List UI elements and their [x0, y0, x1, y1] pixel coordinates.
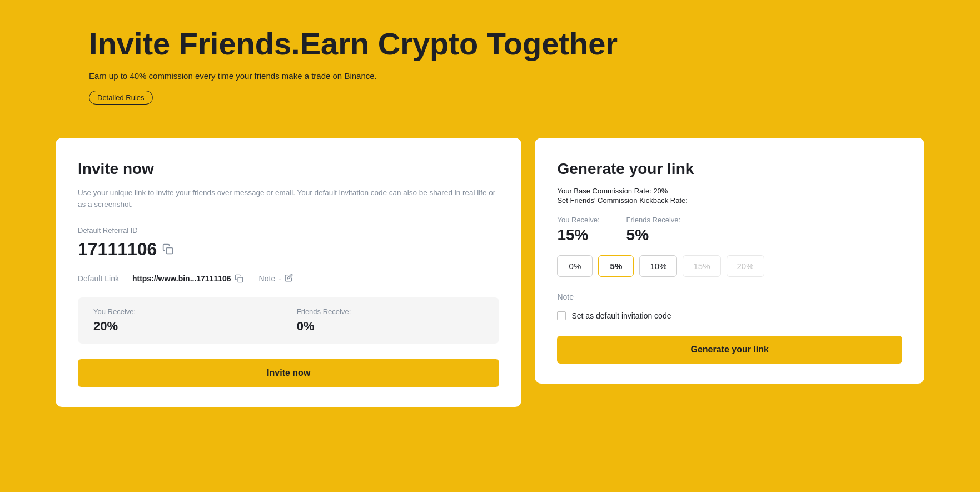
- referral-id-label: Default Referral ID: [78, 226, 499, 235]
- copy-link-icon[interactable]: [235, 273, 246, 284]
- note-label: Note: [259, 274, 276, 283]
- hero-section: Invite Friends.Earn Crypto Together Earn…: [0, 0, 980, 138]
- edit-note-icon[interactable]: [285, 274, 293, 284]
- generate-link-button[interactable]: Generate your link: [557, 336, 902, 364]
- svg-rect-1: [238, 277, 243, 282]
- generate-card: Generate your link Your Base Commission …: [535, 138, 924, 384]
- invite-now-button[interactable]: Invite now: [78, 359, 499, 387]
- kickback-label: Set Friends' Commission Kickback Rate:: [557, 196, 902, 205]
- cards-section: Invite now Use your unique link to invit…: [0, 138, 980, 440]
- gen-friends-receive-label: Friends Receive:: [626, 216, 681, 224]
- rate-button-0[interactable]: 0%: [557, 255, 593, 277]
- you-receive-label: You Receive:: [93, 307, 281, 316]
- svg-rect-0: [167, 248, 173, 254]
- rate-button-15: 15%: [683, 255, 720, 277]
- invite-card-description: Use your unique link to invite your frie…: [78, 187, 499, 211]
- default-code-checkbox[interactable]: [557, 311, 566, 320]
- friends-receive-value: 0%: [297, 319, 484, 334]
- rate-button-20: 20%: [727, 255, 764, 277]
- detailed-rules-button[interactable]: Detailed Rules: [89, 91, 153, 105]
- default-link-url: https://www.bin...17111106: [132, 274, 231, 283]
- gen-you-receive-value: 15%: [557, 226, 599, 244]
- gen-note-label: Note: [557, 292, 902, 301]
- note-dash: -: [278, 274, 281, 283]
- rate-button-10[interactable]: 10%: [639, 255, 677, 277]
- friends-receive-label: Friends Receive:: [297, 307, 484, 316]
- gen-friends-receive-value: 5%: [626, 226, 681, 244]
- default-link-value-group: https://www.bin...17111106: [132, 273, 246, 284]
- gen-friends-receive-col: Friends Receive: 5%: [626, 216, 681, 244]
- hero-title: Invite Friends.Earn Crypto Together: [89, 27, 891, 61]
- copy-referral-id-icon[interactable]: [162, 243, 173, 255]
- you-receive-col: You Receive: 20%: [93, 307, 281, 334]
- receive-box: You Receive: 20% Friends Receive: 0%: [78, 297, 499, 344]
- generate-card-title: Generate your link: [557, 160, 902, 178]
- default-link-label: Default Link: [78, 274, 119, 283]
- default-code-label: Set as default invitation code: [571, 311, 671, 320]
- default-code-row: Set as default invitation code: [557, 311, 902, 320]
- rate-buttons-group: 0% 5% 10% 15% 20%: [557, 255, 902, 277]
- base-commission-text: Your Base Commission Rate: 20%: [557, 187, 902, 195]
- invite-card-title: Invite now: [78, 160, 499, 178]
- gen-you-receive-col: You Receive: 15%: [557, 216, 599, 244]
- friends-receive-col: Friends Receive: 0%: [281, 307, 484, 334]
- commission-display: You Receive: 15% Friends Receive: 5%: [557, 216, 902, 244]
- hero-subtitle: Earn up to 40% commission every time you…: [89, 71, 891, 81]
- invite-card: Invite now Use your unique link to invit…: [56, 138, 521, 407]
- rate-button-5[interactable]: 5%: [598, 255, 634, 277]
- referral-id-row: 17111106: [78, 239, 499, 260]
- referral-id-value: 17111106: [78, 239, 157, 260]
- you-receive-value: 20%: [93, 319, 281, 334]
- note-section: Note -: [259, 274, 293, 284]
- gen-you-receive-label: You Receive:: [557, 216, 599, 224]
- default-link-row: Default Link https://www.bin...17111106 …: [78, 273, 499, 284]
